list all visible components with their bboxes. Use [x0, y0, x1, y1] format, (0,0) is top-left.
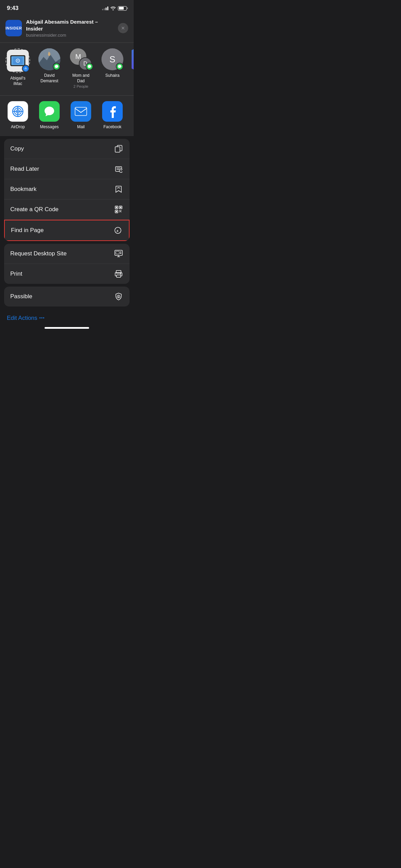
apps-row: AirDrop Messages Mail Facebook — [0, 96, 134, 139]
close-button[interactable]: ✕ — [118, 23, 128, 33]
action-copy[interactable]: Copy — [4, 139, 130, 159]
status-icons — [102, 6, 127, 11]
site-title: Abigail Abesamis Demarest – Insider — [26, 19, 114, 32]
app-facebook[interactable]: Facebook — [100, 101, 125, 129]
edit-actions-row[interactable]: Edit Actions ••• — [0, 309, 134, 324]
find-icon: a — [113, 226, 123, 235]
svg-point-41 — [120, 274, 121, 275]
action-read-later[interactable]: Read Later — [4, 159, 130, 179]
edit-actions-dots: ••• — [39, 316, 45, 321]
contact-momdad[interactable]: M D Mom and Dad 2 People — [69, 48, 93, 88]
svg-rect-38 — [116, 270, 121, 273]
action-passible[interactable]: Passible — [4, 287, 130, 306]
action-copy-label: Copy — [10, 145, 24, 152]
svg-point-2 — [17, 60, 19, 61]
svg-point-44 — [118, 297, 119, 298]
app-name-messages: Messages — [40, 124, 59, 129]
svg-rect-36 — [120, 252, 121, 252]
edit-actions-label: Edit Actions — [7, 315, 37, 322]
svg-rect-26 — [121, 210, 121, 211]
action-desktop-label: Request Desktop Site — [10, 250, 66, 257]
svg-text:a: a — [117, 229, 118, 232]
svg-rect-20 — [116, 207, 117, 208]
svg-rect-22 — [120, 207, 121, 208]
svg-rect-37 — [120, 253, 121, 254]
svg-rect-12 — [115, 147, 120, 152]
contact-partial[interactable]: Ab — [132, 48, 134, 88]
action-print[interactable]: Print — [4, 264, 130, 284]
app-mail[interactable]: Mail — [69, 101, 93, 129]
svg-rect-35 — [116, 251, 119, 254]
svg-rect-10 — [75, 107, 87, 116]
svg-rect-29 — [120, 211, 121, 212]
battery-icon — [118, 6, 127, 11]
print-icon — [114, 269, 123, 279]
action-bookmark-label: Bookmark — [10, 186, 37, 193]
contact-suhaira[interactable]: S Suhaira — [100, 48, 125, 88]
messages-badge-david — [53, 63, 60, 70]
home-indicator — [0, 324, 134, 334]
action-desktop-site[interactable]: Request Desktop Site — [4, 244, 130, 264]
site-info: Abigail Abesamis Demarest – Insider busi… — [26, 19, 114, 38]
shield-icon — [114, 292, 123, 301]
messages-badge-momdad — [86, 63, 93, 70]
qr-icon — [114, 205, 123, 214]
contacts-row: Abigail's iMac David Demarest — [0, 43, 134, 96]
contact-name-david: David Demarest — [37, 73, 62, 84]
action-find-label: Find in Page — [11, 227, 44, 234]
svg-rect-40 — [117, 275, 121, 277]
action-bookmark[interactable]: Bookmark — [4, 179, 130, 200]
contact-name-momdad: Mom and Dad — [69, 73, 93, 84]
action-list-1: Copy Read Later Bookmark — [4, 139, 130, 241]
wifi-icon — [110, 6, 116, 10]
messages-badge-suhaira — [116, 63, 123, 70]
browser-preview: INSIDER Abigail Abesamis Demarest – Insi… — [0, 14, 134, 43]
airdrop-icon — [8, 101, 28, 122]
app-name-mail: Mail — [77, 124, 85, 129]
bookmark-icon — [114, 184, 123, 194]
svg-rect-28 — [121, 212, 121, 212]
home-bar — [45, 327, 89, 329]
action-print-label: Print — [10, 270, 22, 277]
action-qr-label: Create a QR Code — [10, 206, 59, 213]
status-bar: 9:43 — [0, 0, 134, 14]
svg-rect-25 — [119, 210, 120, 211]
svg-rect-43 — [118, 296, 119, 297]
site-favicon: INSIDER — [5, 20, 22, 36]
contact-name-imac: Abigail's iMac — [5, 76, 30, 86]
svg-point-3 — [25, 69, 26, 69]
facebook-icon — [102, 101, 123, 122]
copy-icon — [114, 144, 123, 154]
close-icon: ✕ — [121, 26, 125, 31]
app-messages[interactable]: Messages — [37, 101, 62, 129]
site-icon-text: INSIDER — [5, 26, 22, 30]
messages-icon — [39, 101, 60, 122]
svg-rect-24 — [116, 211, 117, 212]
action-passible-label: Passible — [10, 293, 32, 300]
contact-sub-momdad: 2 People — [73, 84, 88, 88]
app-name-facebook: Facebook — [104, 124, 122, 129]
site-url: businessinsider.com — [26, 33, 114, 38]
contact-david[interactable]: David Demarest — [37, 48, 62, 88]
contact-avatar-imac — [5, 48, 30, 73]
read-later-icon — [114, 164, 123, 174]
action-find-in-page[interactable]: Find in Page a — [4, 220, 130, 241]
app-name-airdrop: AirDrop — [11, 124, 25, 129]
signal-icon — [102, 6, 108, 10]
app-airdrop[interactable]: AirDrop — [5, 101, 30, 129]
action-list-2: Request Desktop Site Print — [4, 244, 130, 284]
action-read-later-label: Read Later — [10, 166, 39, 172]
mail-icon — [71, 101, 91, 122]
action-list-3: Passible — [4, 287, 130, 306]
svg-rect-27 — [119, 212, 120, 212]
contact-name-suhaira: Suhaira — [105, 73, 119, 79]
contact-imac[interactable]: Abigail's iMac — [5, 48, 30, 88]
action-qr-code[interactable]: Create a QR Code — [4, 200, 130, 220]
desktop-icon — [114, 249, 123, 258]
status-time: 9:43 — [7, 5, 19, 12]
